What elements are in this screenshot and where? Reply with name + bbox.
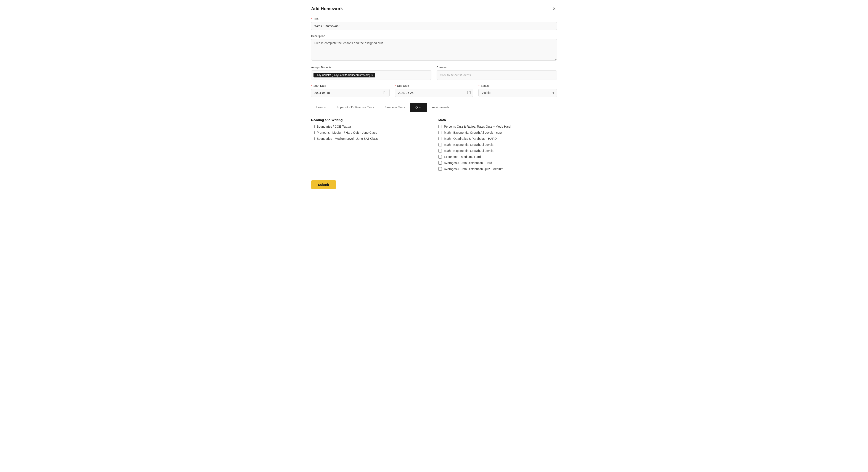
description-group: Description bbox=[311, 34, 557, 61]
submit-button[interactable]: Submit bbox=[311, 180, 336, 189]
status-label: * Status bbox=[478, 84, 557, 87]
status-select[interactable]: Visible Hidden bbox=[478, 89, 557, 97]
title-input[interactable] bbox=[311, 22, 557, 30]
student-tag: Lady Carlotta (LadyCarlotta@supertutortv… bbox=[313, 73, 375, 77]
math-title: Math bbox=[438, 118, 557, 122]
rw-item-1[interactable]: Boundaries / COE Textual bbox=[311, 125, 430, 128]
student-tag-remove[interactable]: × bbox=[371, 73, 373, 76]
math-item-7[interactable]: Averages & Data Distribution - Hard bbox=[438, 161, 557, 165]
description-textarea[interactable] bbox=[311, 39, 557, 61]
math-checkbox-3[interactable] bbox=[438, 137, 442, 140]
due-date-wrapper bbox=[395, 89, 473, 97]
rw-label-1: Boundaries / COE Textual bbox=[317, 125, 351, 128]
due-date-group: * Due Date bbox=[395, 84, 473, 97]
classes-group: Classes Click to select students... bbox=[437, 66, 557, 80]
math-label-1: Percents Quiz & Ratios, Rates Quiz -- Me… bbox=[444, 125, 510, 128]
math-item-2[interactable]: Math - Exponential Growth All Levels - c… bbox=[438, 131, 557, 134]
due-date-required: * bbox=[395, 84, 396, 87]
math-label-8: Averages & Data Distribution Quiz - Medi… bbox=[444, 167, 503, 171]
rw-checkbox-list: Boundaries / COE Textual Pronouns - Medi… bbox=[311, 125, 430, 140]
modal-title: Add Homework bbox=[311, 6, 343, 11]
math-label-5: Math - Exponential Growth All Levels bbox=[444, 149, 494, 153]
classes-label: Classes bbox=[437, 66, 557, 69]
classes-input[interactable]: Click to select students... bbox=[437, 70, 557, 80]
math-label-2: Math - Exponential Growth All Levels - c… bbox=[444, 131, 503, 134]
math-checkbox-8[interactable] bbox=[438, 167, 442, 171]
start-date-group: * Start Date bbox=[311, 84, 390, 97]
math-item-6[interactable]: Exponents - Medium / Hard bbox=[438, 155, 557, 159]
math-checkbox-list: Percents Quiz & Ratios, Rates Quiz -- Me… bbox=[438, 125, 557, 171]
tab-bluebook[interactable]: Bluebook Tests bbox=[379, 103, 410, 112]
rw-checkbox-1[interactable] bbox=[311, 125, 315, 128]
start-date-required: * bbox=[311, 84, 312, 87]
assign-students-group: Assign Students Lady Carlotta (LadyCarlo… bbox=[311, 66, 431, 80]
title-group: * Title bbox=[311, 17, 557, 30]
math-checkbox-6[interactable] bbox=[438, 155, 442, 159]
rw-checkbox-2[interactable] bbox=[311, 131, 315, 134]
math-item-5[interactable]: Math - Exponential Growth All Levels bbox=[438, 149, 557, 153]
start-date-wrapper bbox=[311, 89, 390, 97]
students-input-area[interactable]: Lady Carlotta (LadyCarlotta@supertutortv… bbox=[311, 70, 431, 80]
modal-header: Add Homework ✕ bbox=[311, 5, 557, 12]
tab-assignments[interactable]: Assignments bbox=[427, 103, 455, 112]
math-item-8[interactable]: Averages & Data Distribution Quiz - Medi… bbox=[438, 167, 557, 171]
students-classes-row: Assign Students Lady Carlotta (LadyCarlo… bbox=[311, 66, 557, 84]
math-checkbox-7[interactable] bbox=[438, 161, 442, 165]
title-label: * Title bbox=[311, 17, 557, 21]
assign-students-label: Assign Students bbox=[311, 66, 431, 69]
start-date-input[interactable] bbox=[311, 89, 390, 97]
reading-writing-title: Reading and Writing bbox=[311, 118, 430, 122]
math-checkbox-2[interactable] bbox=[438, 131, 442, 134]
due-date-label: * Due Date bbox=[395, 84, 473, 87]
rw-label-2: Pronouns - Medium / Hard Quiz - June Cla… bbox=[317, 131, 377, 134]
content-area: Reading and Writing Boundaries / COE Tex… bbox=[311, 118, 557, 173]
tab-supertutortv[interactable]: SupertutorTV Practice Tests bbox=[331, 103, 379, 112]
math-label-3: Math - Quadratics & Parabolas - HARD bbox=[444, 137, 497, 140]
close-button[interactable]: ✕ bbox=[552, 5, 557, 12]
rw-item-3[interactable]: Boundaries - Medium Level - June SAT Cla… bbox=[311, 137, 430, 140]
reading-writing-section: Reading and Writing Boundaries / COE Tex… bbox=[311, 118, 430, 173]
status-group: * Status Visible Hidden ▾ bbox=[478, 84, 557, 97]
description-label: Description bbox=[311, 34, 557, 38]
math-item-4[interactable]: Math - Exponential Growth All Levels bbox=[438, 143, 557, 147]
math-item-1[interactable]: Percents Quiz & Ratios, Rates Quiz -- Me… bbox=[438, 125, 557, 128]
math-checkbox-1[interactable] bbox=[438, 125, 442, 128]
tab-quiz[interactable]: Quiz bbox=[410, 103, 427, 112]
status-select-wrapper: Visible Hidden ▾ bbox=[478, 89, 557, 97]
rw-label-3: Boundaries - Medium Level - June SAT Cla… bbox=[317, 137, 378, 140]
rw-checkbox-3[interactable] bbox=[311, 137, 315, 140]
math-checkbox-5[interactable] bbox=[438, 149, 442, 153]
title-required-star: * bbox=[311, 17, 312, 21]
math-section: Math Percents Quiz & Ratios, Rates Quiz … bbox=[438, 118, 557, 173]
math-label-7: Averages & Data Distribution - Hard bbox=[444, 161, 492, 165]
math-item-3[interactable]: Math - Quadratics & Parabolas - HARD bbox=[438, 137, 557, 140]
math-label-4: Math - Exponential Growth All Levels bbox=[444, 143, 494, 147]
tab-lesson[interactable]: Lesson bbox=[311, 103, 331, 112]
classes-placeholder: Click to select students... bbox=[440, 73, 473, 77]
rw-item-2[interactable]: Pronouns - Medium / Hard Quiz - June Cla… bbox=[311, 131, 430, 134]
dates-status-row: * Start Date * Due Date bbox=[311, 84, 557, 101]
due-date-input[interactable] bbox=[395, 89, 473, 97]
start-date-label: * Start Date bbox=[311, 84, 390, 87]
math-label-6: Exponents - Medium / Hard bbox=[444, 155, 481, 159]
math-checkbox-4[interactable] bbox=[438, 143, 442, 147]
student-tag-label: Lady Carlotta (LadyCarlotta@supertutortv… bbox=[316, 73, 370, 76]
tabs-bar: Lesson SupertutorTV Practice Tests Blueb… bbox=[311, 103, 557, 112]
status-required: * bbox=[478, 84, 479, 87]
